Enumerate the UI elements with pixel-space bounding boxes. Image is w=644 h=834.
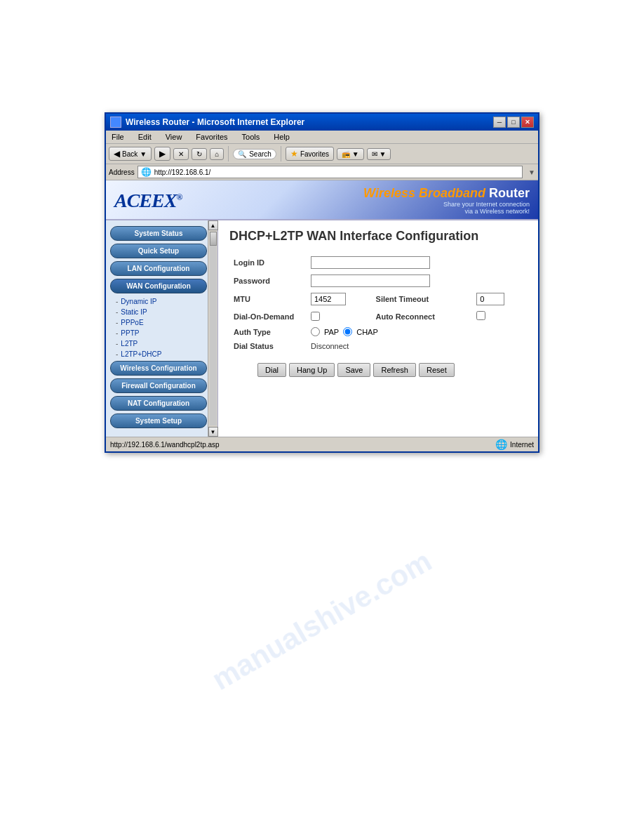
dial-on-demand-checkbox[interactable] <box>311 312 320 321</box>
sidebar-item-pppoe[interactable]: - PPPoE <box>116 317 213 328</box>
save-button[interactable]: Save <box>337 363 370 377</box>
page-title: DHCP+L2TP WAN Interface Configuration <box>229 229 527 244</box>
refresh-button[interactable]: Refresh <box>373 363 416 377</box>
title-bar-title: Wireless Router - Microsoft Internet Exp… <box>110 117 304 128</box>
menu-view[interactable]: View <box>163 132 185 142</box>
header-product: Wireless Broadband Router Share your Int… <box>363 186 530 215</box>
star-icon: ★ <box>290 149 298 159</box>
menu-help[interactable]: Help <box>271 132 293 142</box>
dial-status-label: Dial Status <box>229 339 307 353</box>
back-button[interactable]: ◀ Back ▼ <box>109 147 152 161</box>
sidebar-item-dynamic-ip[interactable]: - Dynamic IP <box>116 296 213 307</box>
static-ip-label: Static IP <box>121 308 147 316</box>
auth-type-cell: PAP CHAP <box>307 324 527 339</box>
mtu-label: MTU <box>229 290 307 308</box>
logo-text: ACEEX <box>114 190 176 211</box>
sidebar-item-l2tp-dhcp[interactable]: - L2TP+DHCP <box>116 349 213 359</box>
silent-timeout-label: Silent Timeout <box>372 290 473 308</box>
url-text: http://192.168.6.1/ <box>154 168 211 176</box>
toolbar-separator-1 <box>228 146 229 161</box>
form-row-login-id: Login ID <box>229 253 527 272</box>
refresh-nav-button[interactable]: ↻ <box>192 148 207 160</box>
sidebar-item-firewall-configuration[interactable]: Firewall Configuration <box>110 378 207 393</box>
form-row-auth-type: Auth Type PAP CHAP <box>229 324 527 339</box>
status-globe-icon: 🌐 <box>495 439 507 450</box>
sidebar-item-quick-setup[interactable]: Quick Setup <box>110 244 207 258</box>
form-row-dial-status: Dial Status Disconnect <box>229 339 527 353</box>
auth-pap-radio[interactable] <box>311 327 320 336</box>
login-id-input[interactable] <box>311 256 430 269</box>
form-row-dial-on-demand: Dial-On-Demand Auto Reconnect <box>229 308 527 324</box>
menu-file[interactable]: File <box>109 132 127 142</box>
menu-edit[interactable]: Edit <box>135 132 154 142</box>
l2tp-dhcp-label: L2TP+DHCP <box>121 350 161 358</box>
minimize-button[interactable]: ─ <box>493 117 506 128</box>
address-dropdown-icon[interactable]: ▼ <box>528 168 535 176</box>
sidebar-item-static-ip[interactable]: - Static IP <box>116 307 213 317</box>
sidebar-item-pptp[interactable]: - PPTP <box>116 328 213 338</box>
pptp-label: PPTP <box>121 329 139 337</box>
mail-button[interactable]: ✉ ▼ <box>367 148 391 160</box>
hang-up-button[interactable]: Hang Up <box>289 363 335 377</box>
watermark: manualshive.com <box>206 544 437 697</box>
scroll-thumb[interactable] <box>210 232 217 246</box>
form-row-password: Password <box>229 272 527 290</box>
search-icon: 🔍 <box>238 150 246 158</box>
menu-tools[interactable]: Tools <box>239 132 263 142</box>
scroll-down-arrow[interactable]: ▼ <box>208 427 218 437</box>
status-bar: http://192.168.6.1/wandhcpl2tp.asp 🌐 Int… <box>106 437 538 451</box>
auto-reconnect-label: Auto Reconnect <box>372 308 473 324</box>
search-box[interactable]: 🔍 Search <box>233 149 276 159</box>
sidebar-item-nat-configuration[interactable]: NAT Configuration <box>110 396 207 411</box>
dash-icon-5: - <box>116 340 118 348</box>
toolbar: ◀ Back ▼ ▶ ✕ ↻ ⌂ 🔍 Search ★ Favorites 📻 … <box>106 144 538 164</box>
dial-status-cell: Disconnect <box>307 339 527 353</box>
home-button[interactable]: ⌂ <box>210 148 224 160</box>
sidebar-item-l2tp[interactable]: - L2TP <box>116 338 213 349</box>
sidebar-item-lan-configuration[interactable]: LAN Configuration <box>110 261 207 276</box>
product-name-broadband: Broadband <box>419 186 489 200</box>
sidebar-item-system-status[interactable]: System Status <box>110 226 207 241</box>
favorites-button[interactable]: ★ Favorites <box>286 147 334 161</box>
address-input[interactable]: 🌐 http://192.168.6.1/ <box>137 166 523 178</box>
address-bar: Address 🌐 http://192.168.6.1/ ▼ <box>106 164 538 180</box>
mtu-input[interactable] <box>311 293 346 305</box>
dash-icon-4: - <box>116 329 118 337</box>
close-button[interactable]: ✕ <box>521 117 534 128</box>
product-name: Wireless Broadband Router <box>363 186 530 201</box>
title-bar: Wireless Router - Microsoft Internet Exp… <box>106 114 538 131</box>
title-bar-buttons: ─ □ ✕ <box>493 117 534 128</box>
sidebar-item-wan-configuration[interactable]: WAN Configuration <box>110 279 207 293</box>
sidebar-subnav-wan: - Dynamic IP - Static IP - PPPoE - PPTP <box>110 296 213 359</box>
maximize-button[interactable]: □ <box>507 117 520 128</box>
sidebar-scrollbar[interactable]: ▲ ▼ <box>208 220 217 437</box>
menu-favorites[interactable]: Favorites <box>193 132 230 142</box>
dial-on-demand-label: Dial-On-Demand <box>229 308 307 324</box>
toolbar-separator-2 <box>281 146 281 161</box>
silent-timeout-cell <box>472 290 527 308</box>
sidebar-item-system-setup[interactable]: System Setup <box>110 413 207 428</box>
sidebar-item-wireless-configuration[interactable]: Wireless Configuration <box>110 361 207 376</box>
password-input[interactable] <box>311 274 430 287</box>
forward-button[interactable]: ▶ <box>154 147 170 161</box>
auto-reconnect-checkbox[interactable] <box>476 311 485 320</box>
silent-timeout-input[interactable] <box>476 293 504 305</box>
logo: ACEEX® <box>114 190 182 212</box>
reset-button[interactable]: Reset <box>419 363 455 377</box>
browser-window: Wireless Router - Microsoft Internet Exp… <box>105 112 539 453</box>
sidebar: System Status Quick Setup LAN Configurat… <box>106 220 218 437</box>
back-arrow-icon: ◀ <box>114 149 120 159</box>
dial-button[interactable]: Dial <box>257 363 286 377</box>
back-dropdown-icon[interactable]: ▼ <box>140 150 147 158</box>
stop-button[interactable]: ✕ <box>173 148 189 160</box>
dash-icon-6: - <box>116 350 118 358</box>
scroll-up-arrow[interactable]: ▲ <box>208 220 218 230</box>
dash-icon-1: - <box>116 298 118 305</box>
dial-on-demand-cell <box>307 308 372 324</box>
dynamic-ip-label: Dynamic IP <box>121 298 156 305</box>
auth-chap-radio[interactable] <box>343 327 352 336</box>
address-globe-icon: 🌐 <box>141 167 152 177</box>
main-content: DHCP+L2TP WAN Interface Configuration Lo… <box>218 220 538 437</box>
status-right: 🌐 Internet <box>495 439 534 450</box>
media-button[interactable]: 📻 ▼ <box>337 148 364 160</box>
